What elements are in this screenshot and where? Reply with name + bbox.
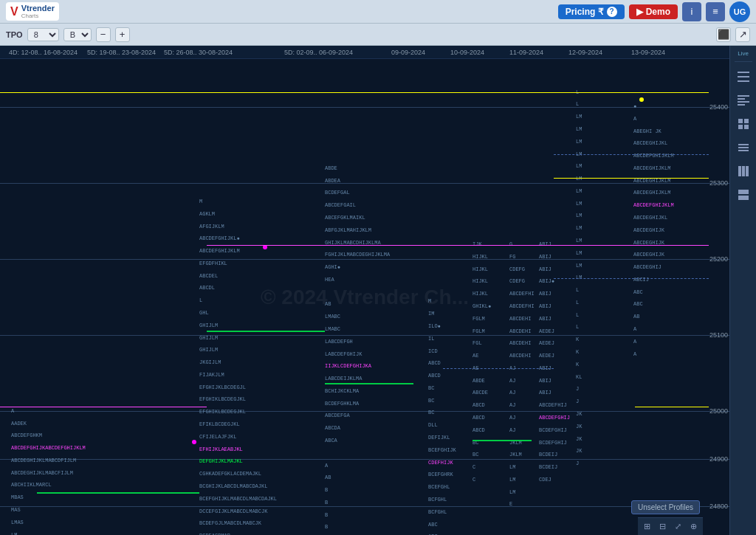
svg-rect-12 [738,147,749,148]
logo-v: V [10,5,18,18]
date-label-6: 10-09-2024 [450,49,484,56]
logo-text-area: Vtrender Charts [21,4,55,19]
unselect-profiles-button[interactable]: Unselect Profiles [631,500,700,514]
magenta-line-1 [207,245,709,246]
user-avatar-button[interactable]: UG [729,1,750,22]
sidebar-icon-menu[interactable] [733,66,754,87]
dashed-line-1 [554,154,709,155]
chart-size-select[interactable]: 8 5 15 30 [27,28,59,41]
demo-play-icon: ▶ [636,7,643,17]
price-tick-25000: 25000 [709,407,728,415]
demo-label: Demo [646,7,670,17]
svg-rect-6 [738,104,745,106]
demo-button[interactable]: ▶ Demo [629,4,678,19]
price-tick-24900: 24900 [709,455,728,463]
mp-block-7: ABIJ ABIJ ABIJ ABIJ● ABIJ ABIJ ABIJ AEDE… [539,235,570,489]
date-label-1: 4D: 12-08.. 16-08-2024 [9,49,78,56]
right-sidebar: Live [729,46,756,535]
sidebar-icon-column[interactable] [733,161,754,182]
sidebar-icon-split[interactable] [733,184,754,205]
green-line-4 [37,492,199,494]
info-button[interactable]: i [682,2,701,21]
price-tick-24800: 24800 [709,503,728,510]
sidebar-icon-grid[interactable] [733,114,754,134]
svg-rect-2 [738,80,749,82]
svg-rect-8 [744,119,749,123]
save-icon: ⬛ [718,29,729,40]
price-line-25400 [0,107,729,108]
navbar: V Vtrender Charts Pricing ₹ ? ▶ Demo i ≡… [0,0,756,24]
svg-rect-1 [738,76,749,77]
mp-block-4: M IM ILO● IL ICD ABCD ABCD BC BC BC DLL … [428,292,456,535]
logo-sub: Charts [21,13,55,19]
chart-canvas[interactable]: © 2024 Vtrender Ch... 25400 25300 25200 … [0,59,729,535]
svg-rect-7 [738,119,743,123]
yellow-line-3 [635,407,709,407]
date-label-4: 5D: 02-09.. 06-09-2024 [284,49,353,56]
logo-area: V Vtrender Charts [6,2,59,21]
green-line-1 [207,331,325,332]
mp-block-1: A AADEK ABCDEFGHKM ABCDEFGHIJKABCDEFGHIJ… [11,401,86,535]
sidebar-divider-1 [735,61,752,62]
cursor-button[interactable]: ↗ [735,27,750,42]
bottom-minus-button[interactable]: ⊟ [656,520,669,533]
date-label-3: 5D: 26-08.. 30-08-2024 [164,49,233,56]
svg-rect-14 [738,166,741,176]
mp-block-6: G FG CDEFG CDEFG ABCDEFHI ABCDEFHI ABCDE… [509,235,535,514]
settings-button[interactable]: ≡ [706,2,725,21]
date-bar: 4D: 12-08.. 16-08-2024 5D: 19-08.. 23-08… [0,46,729,59]
magenta-line-2 [0,407,207,407]
mp-block-3: ABDE ABDEA BCDEFGAL ABCDEFGAIL ABCEFGKLM… [325,159,390,535]
svg-rect-9 [738,125,743,129]
bottom-grid-button[interactable]: ⊞ [641,520,653,533]
bottom-expand-button[interactable]: ⤢ [672,520,684,533]
price-tick-25300: 25300 [709,179,728,187]
svg-rect-5 [738,101,749,103]
zoom-in-button[interactable]: + [115,27,130,42]
plus-icon: + [120,29,126,40]
unselect-profiles-label: Unselect Profiles [638,503,693,511]
user-initials: UG [734,7,746,16]
toolbar: TPO 8 5 15 30 B A − + ⬛ ↗ [0,24,756,46]
svg-rect-4 [738,98,745,100]
settings-icon: ≡ [712,6,718,17]
live-label: Live [738,50,749,57]
svg-rect-10 [744,125,749,129]
mp-block-2: M AGKLM AFGIJKLM ABCDEFGHIJKL● ABCDEFGHI… [199,193,277,535]
save-button[interactable]: ⬛ [716,27,731,42]
chart-subtype-select[interactable]: B A [63,28,92,41]
chart-type-label: TPO [6,30,23,39]
date-label-5: 09-09-2024 [391,49,425,56]
bottom-bar: ⊞ ⊟ ⤢ ⊕ [638,517,703,535]
svg-rect-18 [738,196,749,200]
info-icon: i [691,6,693,17]
date-label-2: 5D: 19-08.. 23-08-2024 [87,49,156,56]
pricing-button[interactable]: Pricing ₹ ? [558,4,625,19]
svg-rect-11 [738,144,749,145]
svg-rect-13 [738,150,749,151]
mp-block-9: ● A ABEGHI JK ABCDEGHIJKL ABCDEFGHIJKLM … [633,97,674,364]
price-tick-25200: 25200 [709,255,728,263]
date-label-9: 13-09-2024 [631,49,665,56]
dashed-line-2 [554,278,709,279]
sidebar-icon-list[interactable] [733,90,754,111]
price-tick-25100: 25100 [709,331,728,339]
svg-rect-15 [742,166,745,176]
yellow-line-2 [554,178,709,179]
green-line-3 [472,440,532,441]
minus-icon: − [100,29,106,40]
bottom-plus-button[interactable]: ⊕ [687,520,700,533]
dot-magenta-2 [192,440,196,444]
zoom-out-button[interactable]: − [96,27,111,42]
nav-right: Pricing ₹ ? ▶ Demo i ≡ UG [558,1,750,22]
svg-rect-3 [738,95,749,97]
sidebar-icon-bar[interactable] [733,137,754,158]
svg-rect-17 [738,190,749,194]
chart-area[interactable]: 4D: 12-08.. 16-08-2024 5D: 19-08.. 23-08… [0,46,729,535]
cursor-icon: ↗ [739,29,747,40]
pricing-question-icon: ? [607,7,617,17]
mp-block-5: IJK HIJKL HIJKL HIJKL HIJKL GHIKL● FGLM … [472,235,491,489]
green-line-2 [325,383,413,384]
date-label-8: 12-09-2024 [568,49,602,56]
svg-rect-0 [738,72,749,73]
